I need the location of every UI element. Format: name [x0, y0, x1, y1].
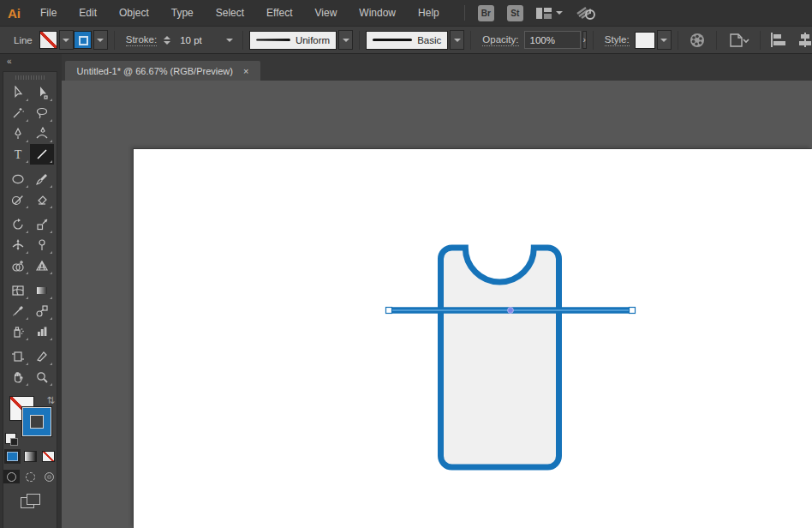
- artwork-layer: [62, 81, 812, 528]
- tool-shaper[interactable]: [6, 189, 30, 210]
- graphic-style-dropdown[interactable]: [657, 30, 672, 50]
- tool-lasso[interactable]: [30, 103, 54, 123]
- tool-symbol-sprayer[interactable]: [6, 321, 30, 342]
- tool-blend[interactable]: [30, 301, 54, 321]
- stroke-panel-link[interactable]: Stroke:: [126, 34, 157, 46]
- tool-curvature[interactable]: [30, 123, 54, 144]
- curvature-tool-icon: [35, 127, 49, 141]
- width-tool-icon: [11, 238, 25, 252]
- graphic-style-swatch[interactable]: [635, 32, 655, 49]
- divider: [716, 31, 717, 50]
- opacity-panel-link[interactable]: Opacity:: [482, 34, 518, 46]
- fill-color-swatch[interactable]: [39, 31, 57, 49]
- draw-normal-button[interactable]: [3, 470, 20, 483]
- menu-view[interactable]: View: [304, 7, 349, 19]
- tool-artboard[interactable]: [6, 346, 30, 367]
- tool-mesh[interactable]: [6, 280, 30, 301]
- tool-pen[interactable]: [6, 123, 30, 144]
- close-tab-icon[interactable]: ×: [243, 66, 248, 76]
- tool-selection[interactable]: [6, 82, 30, 103]
- opacity-forward-button[interactable]: ›: [582, 31, 587, 49]
- width-profile-dropdown[interactable]: [338, 30, 353, 50]
- draw-behind-button[interactable]: [22, 470, 39, 483]
- tool-zoom[interactable]: [30, 367, 54, 387]
- chevron-down-icon: [660, 39, 667, 42]
- divider: [242, 31, 243, 50]
- draw-inside-button[interactable]: [41, 470, 57, 483]
- menu-select[interactable]: Select: [205, 7, 255, 19]
- tool-puppet-warp[interactable]: [30, 235, 54, 255]
- left-endpoint-handle[interactable]: [386, 308, 392, 314]
- none-button[interactable]: [40, 449, 57, 464]
- panel-grip-dots[interactable]: [15, 75, 45, 80]
- tool-ellipse[interactable]: [6, 169, 30, 189]
- tool-paintbrush[interactable]: [30, 169, 54, 189]
- workspace-switcher[interactable]: [536, 8, 563, 19]
- brush-value: Basic: [417, 35, 441, 45]
- color-button[interactable]: [4, 449, 21, 464]
- tool-gradient[interactable]: [30, 280, 54, 301]
- tool-line-segment[interactable]: [30, 144, 54, 165]
- notched-rectangle-shape[interactable]: [441, 248, 559, 467]
- right-endpoint-handle[interactable]: [630, 308, 636, 314]
- drawing-mode-buttons: [3, 470, 57, 483]
- document-tab[interactable]: Untitled-1* @ 66.67% (RGB/Preview) ×: [65, 61, 260, 81]
- tool-rotate[interactable]: [6, 214, 30, 235]
- stroke-width-dropdown[interactable]: [222, 30, 236, 50]
- lasso-tool-icon: [35, 106, 49, 120]
- chevron-down-icon: [556, 11, 563, 15]
- menu-type[interactable]: Type: [160, 7, 205, 19]
- stroke-color-dropdown[interactable]: [93, 30, 108, 50]
- control-bar: Line Stroke: 10 pt Uniform Basic Opacity…: [0, 27, 812, 54]
- stock-button[interactable]: St: [507, 5, 523, 21]
- gradient-button[interactable]: [22, 449, 39, 464]
- menu-file[interactable]: File: [29, 7, 68, 19]
- opacity-value-field[interactable]: 100%: [524, 31, 581, 49]
- stroke-width-stepper[interactable]: [164, 36, 170, 45]
- tool-eyedropper[interactable]: [6, 301, 30, 321]
- menu-window[interactable]: Window: [348, 7, 407, 19]
- fill-color-dropdown[interactable]: [59, 30, 74, 50]
- symbol-sprayer-tool-icon: [11, 325, 25, 339]
- stroke-proxy-swatch[interactable]: [22, 407, 51, 436]
- default-fill-stroke-icon[interactable]: [5, 433, 16, 444]
- tool-eraser[interactable]: [30, 189, 54, 210]
- tool-width[interactable]: [6, 235, 30, 255]
- change-screen-mode-button[interactable]: [21, 494, 39, 507]
- brush-definition-select[interactable]: Basic: [366, 31, 448, 50]
- menu-effect[interactable]: Effect: [255, 7, 303, 19]
- tool-perspective-grid[interactable]: [30, 255, 54, 276]
- swap-fill-stroke-icon[interactable]: ⇄: [45, 396, 57, 404]
- isolate-object-button[interactable]: [727, 32, 749, 49]
- menu-object[interactable]: Object: [108, 7, 160, 19]
- gradient-tool-icon: [35, 284, 49, 297]
- menu-help[interactable]: Help: [407, 7, 451, 19]
- recolor-artwork-button[interactable]: [689, 32, 706, 49]
- canvas[interactable]: [62, 81, 812, 528]
- stroke-width-value[interactable]: 10 pt: [174, 31, 220, 49]
- tool-hand[interactable]: [6, 367, 30, 387]
- bridge-button[interactable]: Br: [478, 5, 494, 21]
- tool-scale[interactable]: [30, 214, 54, 235]
- tool-magic-wand[interactable]: [6, 103, 30, 123]
- tools-panel: « T: [0, 54, 62, 528]
- tool-slice[interactable]: [30, 346, 54, 367]
- brush-dropdown[interactable]: [450, 30, 464, 50]
- tool-direct-selection[interactable]: [30, 82, 54, 103]
- style-panel-link[interactable]: Style:: [605, 34, 630, 46]
- stroke-color-swatch[interactable]: [74, 31, 92, 49]
- width-profile-glyph: [256, 39, 290, 41]
- align-left-icon[interactable]: [770, 33, 787, 47]
- tool-column-graph[interactable]: [30, 321, 54, 342]
- center-anchor-point[interactable]: [508, 308, 514, 314]
- sync-settings-icon[interactable]: [576, 5, 598, 21]
- tool-type[interactable]: T: [6, 144, 30, 165]
- align-center-icon[interactable]: [797, 33, 812, 47]
- workspace-switcher-icon: [536, 8, 552, 19]
- selected-line[interactable]: [386, 308, 636, 314]
- tool-shape-builder[interactable]: [6, 255, 30, 276]
- collapse-panel-button[interactable]: «: [0, 54, 62, 71]
- line-segment-tool-icon: [35, 147, 49, 161]
- menu-edit[interactable]: Edit: [68, 7, 108, 19]
- variable-width-profile-select[interactable]: Uniform: [249, 31, 337, 50]
